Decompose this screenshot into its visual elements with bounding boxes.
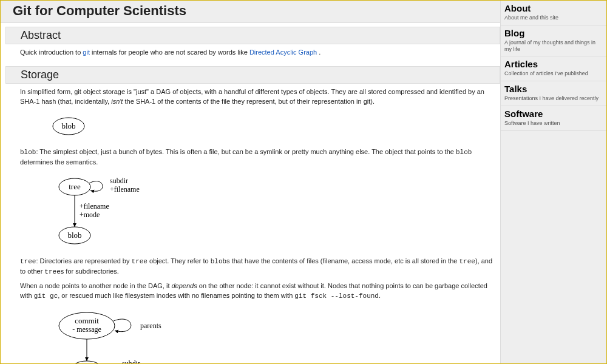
depends-desc: When a node points to another node in th… bbox=[20, 281, 494, 302]
tree-tail: s for subdirectories. bbox=[61, 268, 119, 275]
tree-edge-subdir: subdir bbox=[110, 177, 128, 185]
main-content: Git for Computer Scientists Abstract Qui… bbox=[1, 1, 500, 363]
abstract-lead: Quick introduction to bbox=[20, 49, 83, 56]
sidebar-item-title: Blog bbox=[504, 28, 603, 39]
abstract-mid: internals for people who are not scared … bbox=[90, 49, 249, 56]
blob-code: blob bbox=[20, 149, 36, 156]
sidebar-item-title: Talks bbox=[504, 84, 603, 95]
tree-code-blob: blob bbox=[211, 258, 226, 265]
fsck-code: git fsck --lost-found bbox=[294, 292, 379, 300]
gc-code: git gc bbox=[34, 292, 58, 300]
storage-body: In simplified form, git object storage i… bbox=[1, 84, 500, 363]
tree-code-4: tree bbox=[44, 268, 60, 275]
commit-node-label-1: commit bbox=[75, 316, 99, 325]
sidebar-item-desc: Presentations I have delivered recently bbox=[504, 95, 603, 102]
tree-code-2: tree bbox=[132, 258, 148, 265]
tree-blob-node-label: blob bbox=[67, 231, 81, 240]
abstract-text: Quick introduction to git internals for … bbox=[20, 48, 494, 58]
tree-edge-down2: +mode bbox=[80, 211, 100, 219]
blob-diagram: blob bbox=[44, 114, 494, 141]
sidebar-item-desc: A journal of my thoughts and things in m… bbox=[504, 39, 603, 53]
sidebar-item-title: About bbox=[504, 3, 603, 14]
abstract-body: Quick introduction to git internals for … bbox=[1, 44, 500, 62]
sidebar-item-software[interactable]: Software Software I have written bbox=[501, 106, 606, 131]
sidebar: About About me and this site Blog A jour… bbox=[500, 1, 606, 363]
blob-code-2: blob bbox=[456, 149, 472, 156]
git-link[interactable]: git bbox=[83, 49, 90, 56]
blob-desc: blob: The simplest object, just a bunch … bbox=[20, 147, 494, 167]
depends-lead: When a node points to another node in th… bbox=[20, 282, 172, 289]
blob-tail: determines the semantics. bbox=[20, 158, 98, 166]
tree-mid-2: object. They refer to bbox=[148, 257, 211, 265]
tree-node-label: tree bbox=[69, 182, 81, 191]
tree-mid-1: : Directories are represented by bbox=[36, 257, 131, 265]
tree-code-3: tree bbox=[459, 258, 475, 265]
tree-code-1: tree bbox=[20, 258, 36, 265]
abstract-tail: . bbox=[317, 49, 320, 56]
commit-parents-label: parents bbox=[140, 322, 161, 330]
tree-edge-filename: +filename bbox=[110, 185, 140, 194]
tree-mid-3: s that have the contents of files (filen… bbox=[226, 257, 459, 265]
p1-tail: the SHA-1 of the contents of the file th… bbox=[123, 98, 375, 105]
commit-diagram: commit - message parents tree subdir +fi… bbox=[44, 309, 494, 363]
tree-desc: tree: Directories are represented by tre… bbox=[20, 257, 494, 277]
p1-isnt: isn't bbox=[111, 98, 123, 105]
svg-point-6 bbox=[71, 361, 103, 363]
tree-edge-down1: +filename bbox=[80, 202, 109, 211]
dag-link[interactable]: Directed Acyclic Graph bbox=[249, 49, 317, 56]
sidebar-item-title: Software bbox=[504, 109, 603, 120]
depends-word: depends bbox=[172, 282, 197, 289]
commit-node-label-2: - message bbox=[72, 325, 101, 334]
sidebar-item-talks[interactable]: Talks Presentations I have delivered rec… bbox=[501, 81, 606, 106]
storage-heading: Storage bbox=[5, 66, 500, 84]
depends-tail: . bbox=[379, 292, 381, 299]
commit-tree-edge-subdir: subdir bbox=[122, 359, 140, 363]
storage-p1: In simplified form, git object storage i… bbox=[20, 87, 494, 107]
sidebar-item-desc: Software I have written bbox=[504, 120, 603, 127]
sidebar-item-articles[interactable]: Articles Collection of articles I've pub… bbox=[501, 56, 606, 81]
blob-mid: : The simplest object, just a bunch of b… bbox=[36, 148, 456, 155]
sidebar-item-about[interactable]: About About me and this site bbox=[501, 1, 606, 25]
tree-diagram: tree subdir +filename +filename +mode bl… bbox=[44, 175, 494, 251]
sidebar-item-title: Articles bbox=[504, 59, 603, 70]
page-title: Git for Computer Scientists bbox=[1, 1, 500, 23]
sidebar-item-desc: Collection of articles I've published bbox=[504, 70, 603, 77]
sidebar-item-blog[interactable]: Blog A journal of my thoughts and things… bbox=[501, 25, 606, 57]
abstract-heading: Abstract bbox=[5, 27, 500, 44]
depends-mid2: , or rescued much like filesystem inodes… bbox=[58, 292, 294, 299]
sidebar-item-desc: About me and this site bbox=[504, 15, 603, 21]
blob-node-label: blob bbox=[61, 121, 75, 130]
